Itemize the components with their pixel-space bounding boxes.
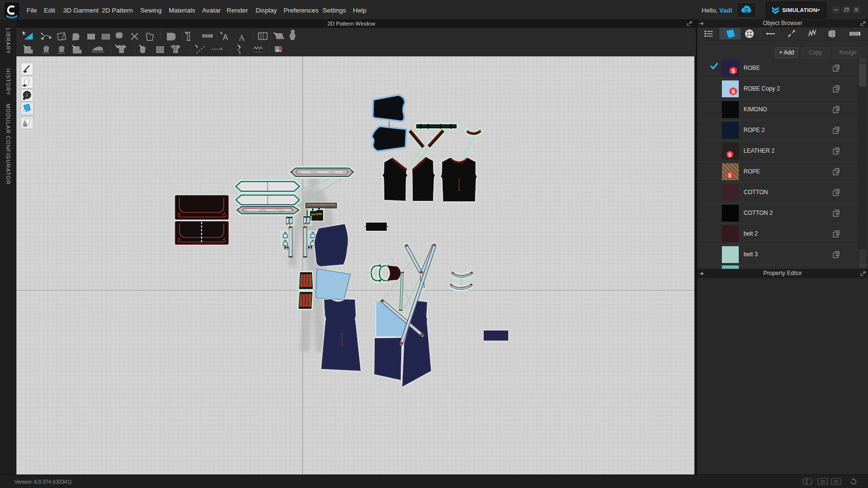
svg-text:S: S bbox=[732, 68, 735, 74]
svg-text:S: S bbox=[728, 173, 732, 178]
svg-text:S: S bbox=[728, 152, 732, 158]
svg-text:i: i bbox=[26, 92, 27, 98]
svg-text:S: S bbox=[732, 89, 735, 94]
svg-text:A: A bbox=[223, 33, 228, 41]
svg-text:2D: 2D bbox=[833, 479, 839, 484]
svg-text:C: C bbox=[745, 8, 748, 13]
svg-text:A: A bbox=[239, 33, 245, 42]
svg-text:3D: 3D bbox=[820, 479, 826, 484]
